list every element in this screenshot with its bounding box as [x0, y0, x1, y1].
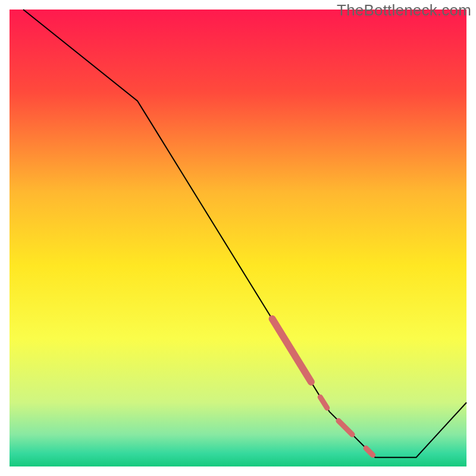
watermark-text: TheBottleneck.com [337, 1, 471, 20]
chart-background-gradient [10, 10, 466, 466]
chart-container: TheBottleneck.com [0, 0, 476, 476]
bottleneck-chart [0, 0, 476, 476]
